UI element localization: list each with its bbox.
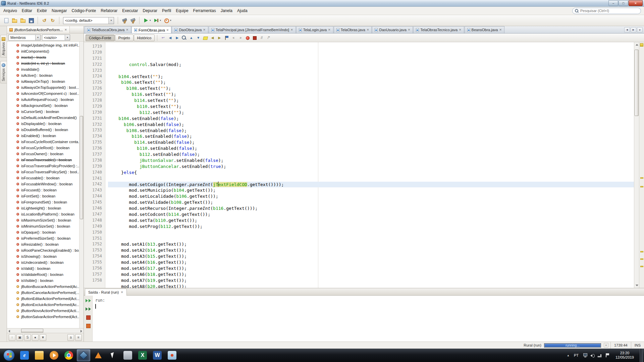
macro-record-button[interactable] bbox=[244, 35, 251, 41]
close-output-icon[interactable]: ✕ bbox=[121, 291, 123, 294]
code-line[interactable]: b108.setEnabled(false); bbox=[108, 128, 634, 134]
member-item[interactable]: initComponents() bbox=[7, 48, 79, 54]
member-item[interactable]: isBackgroundSet() : boolean bbox=[7, 103, 79, 109]
member-item[interactable]: isMinimumSizeSet() : boolean bbox=[7, 223, 79, 229]
menu-depurar[interactable]: Depurar bbox=[141, 7, 160, 14]
taskbar-pointer-button[interactable] bbox=[106, 349, 120, 361]
shift-left-button[interactable]: « bbox=[230, 35, 237, 41]
line-number[interactable]: 1750 bbox=[84, 230, 102, 236]
taskbar-excel-button[interactable]: X bbox=[136, 349, 149, 361]
member-item[interactable]: isResizable() : boolean bbox=[7, 241, 79, 247]
navigator-tab[interactable]: jButtonSalvarActionPerform... ✕ bbox=[7, 26, 70, 33]
stop-button[interactable] bbox=[85, 314, 92, 321]
code-line[interactable]: jButtonCancelar.setEnabled(true); bbox=[108, 164, 634, 170]
member-item[interactable]: isFocusTraversalPolicyProvider() :... bbox=[7, 163, 79, 169]
member-item[interactable]: isFocused() : boolean bbox=[7, 187, 79, 193]
open-project-button[interactable] bbox=[19, 16, 27, 25]
error-stripe[interactable] bbox=[639, 42, 644, 288]
tab-list-button[interactable]: ▼ bbox=[637, 27, 643, 33]
new-project-button[interactable] bbox=[10, 16, 18, 25]
code-line[interactable]: mod.setA1(b13.getText()); bbox=[108, 241, 634, 247]
code-line[interactable]: b114.setEnabled(false); bbox=[108, 139, 634, 145]
member-item[interactable]: isLightweight() : boolean bbox=[7, 205, 79, 211]
gutter[interactable]: 1719172017211722172317241725172617271728… bbox=[84, 42, 105, 288]
back-button[interactable]: ◀ bbox=[167, 35, 173, 41]
taskbar-app-gray-button[interactable] bbox=[121, 349, 135, 361]
toggle-highlight-button[interactable] bbox=[202, 35, 209, 41]
editor-tab-daousuario[interactable]: DaoUsuario.java✕ bbox=[372, 26, 413, 33]
taskbar-chrome-button[interactable] bbox=[62, 349, 75, 361]
new-file-button[interactable] bbox=[2, 16, 10, 25]
member-item[interactable]: isRootPaneCheckingEnabled() : bo... bbox=[7, 247, 79, 253]
member-item[interactable]: isFocusableWindow() : boolean bbox=[7, 181, 79, 187]
close-button[interactable]: ✕ bbox=[629, 0, 643, 6]
member-item[interactable]: isActive() : boolean bbox=[7, 72, 79, 78]
line-number[interactable]: 1742 bbox=[84, 181, 102, 187]
line-number[interactable]: 1746 bbox=[84, 205, 102, 212]
show-non-public-button[interactable]: ● bbox=[32, 334, 39, 341]
debug-project-button[interactable]: ▾ bbox=[152, 16, 162, 25]
member-item[interactable]: isDefaultLookAndFeelDecorated() bbox=[7, 115, 79, 121]
dock-tab-servi-os[interactable]: Serviços bbox=[0, 61, 7, 83]
run-project-button[interactable]: ▾ bbox=[142, 16, 152, 25]
close-tab-icon[interactable]: ✕ bbox=[367, 28, 369, 32]
close-tab-icon[interactable]: ✕ bbox=[203, 28, 206, 32]
forward-button[interactable]: ▶ bbox=[174, 35, 180, 41]
member-item[interactable]: isVisible() : boolean bbox=[7, 278, 79, 284]
code-line[interactable]: mod.setValidade(b108.getText()); bbox=[108, 199, 634, 205]
find-next-button[interactable]: ▼ bbox=[195, 35, 202, 41]
clear-output-button[interactable] bbox=[85, 322, 92, 329]
next-occurrence-button[interactable]: ▶ bbox=[216, 35, 223, 41]
code-line[interactable]: b110.setText(""); bbox=[108, 104, 634, 110]
code-line[interactable]: mod.setA6(b18.getText()); bbox=[108, 272, 634, 278]
member-item[interactable]: isOpaque() : boolean bbox=[7, 229, 79, 235]
minimize-button[interactable]: – bbox=[608, 0, 618, 6]
code-line[interactable]: b104.setText(""); bbox=[108, 74, 634, 80]
code-line[interactable]: mod.setCodcont(b114.getText()); bbox=[108, 212, 634, 218]
warning-mark[interactable] bbox=[640, 251, 643, 252]
code-line[interactable]: mod.setA5(b17.getText()); bbox=[108, 265, 634, 272]
member-item[interactable]: isValid() : boolean bbox=[7, 265, 79, 272]
line-number[interactable]: 1758 bbox=[84, 278, 102, 284]
action-center-icon[interactable] bbox=[605, 353, 610, 358]
line-number[interactable]: 1744 bbox=[84, 193, 102, 199]
members-tree-hscrollbar[interactable] bbox=[7, 328, 84, 333]
member-item[interactable]: isAlwaysOnTop() : boolean bbox=[7, 78, 79, 84]
member-item[interactable]: isShowing() : boolean bbox=[7, 253, 79, 259]
taskbar-explorer-button[interactable] bbox=[33, 349, 46, 361]
cancel-process-button[interactable]: ✕ bbox=[604, 343, 608, 348]
member-item[interactable]: isAlwaysOnTopSupported() : bool... bbox=[7, 84, 79, 90]
line-number[interactable]: 1722 bbox=[84, 62, 102, 68]
toggle-bookmark-button[interactable] bbox=[223, 35, 230, 41]
member-item[interactable]: isFocusTraversable() : boolean bbox=[7, 157, 79, 163]
warning-mark[interactable] bbox=[640, 186, 643, 187]
close-tab-icon[interactable]: ✕ bbox=[459, 28, 462, 32]
line-number[interactable]: 1721 bbox=[84, 56, 102, 62]
rerun-button[interactable] bbox=[85, 297, 92, 304]
member-item[interactable]: isLocationByPlatform() : boolean bbox=[7, 211, 79, 217]
code-line[interactable]: b106.setEnabled(false); bbox=[108, 122, 634, 128]
member-item[interactable]: invalidate() bbox=[7, 66, 79, 72]
members-tree-vscrollbar[interactable] bbox=[79, 42, 84, 328]
prev-occurrence-button[interactable]: ◀ bbox=[209, 35, 216, 41]
code-line[interactable]: mod.setA2(b14.getText()); bbox=[108, 247, 634, 253]
code-line[interactable]: b112.setEnabled(false); bbox=[108, 152, 634, 158]
member-item[interactable]: isFontSet() : boolean bbox=[7, 193, 79, 199]
network-icon[interactable] bbox=[598, 353, 602, 358]
output-text[interactable]: run: bbox=[93, 296, 644, 342]
code-pane[interactable]: control.Salvar(mod); b104.setText(""); b… bbox=[105, 42, 634, 288]
view-projeto-button[interactable]: Projeto bbox=[115, 35, 133, 41]
member-item[interactable]: insets() : Insets bbox=[7, 54, 79, 60]
member-item[interactable]: isUndecorated() : boolean bbox=[7, 259, 79, 265]
output-tab[interactable]: Saída - Rural (run) ✕ bbox=[85, 289, 127, 296]
code-line[interactable]: mod.setMunicipio(b104.getText()); bbox=[108, 187, 634, 193]
macro-stop-button[interactable] bbox=[251, 35, 258, 41]
close-tab-icon[interactable]: ✕ bbox=[290, 28, 293, 32]
line-number[interactable]: 1749 bbox=[84, 224, 102, 230]
save-all-button[interactable] bbox=[27, 16, 35, 25]
line-number[interactable]: 1728 bbox=[84, 98, 102, 104]
line-number[interactable]: 1752 bbox=[84, 241, 102, 247]
line-number[interactable]: 1723 bbox=[84, 68, 102, 74]
line-number[interactable]: 1751 bbox=[84, 236, 102, 242]
line-number[interactable]: 1724 bbox=[84, 73, 102, 79]
